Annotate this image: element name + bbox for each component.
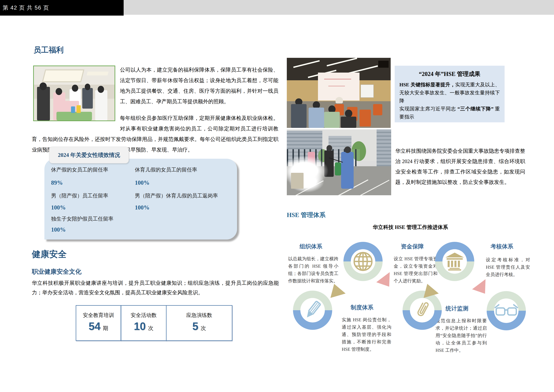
stat-unit: 次	[148, 325, 153, 332]
hse-results-bold: “三个继续下降”	[457, 106, 493, 112]
page-number-text: 第 42 页 共 56 页	[3, 4, 49, 12]
photo-person	[341, 117, 356, 128]
node-label-rules: 制度体系	[351, 304, 374, 311]
node-desc-rules: 实施 HSE 岗位责任制，通过深入基层、强化沟通、预防管理的手段和措施，不断推行…	[342, 316, 391, 353]
stat-box-safety-training: 安全教育培训 54期	[76, 305, 121, 341]
metric-value: 100%	[51, 204, 66, 211]
section-heading-employee-welfare: 员工福利	[34, 45, 64, 55]
stat-label: 安全教育培训	[76, 312, 121, 319]
node-desc-organization: 以总裁为组长，建立横跨各部门的 HSE 领导小组；各部门设专员负责工作数据统计和…	[288, 255, 338, 285]
photo-burn-bin	[291, 173, 304, 189]
photo-person-head	[326, 145, 332, 151]
metric-value: 100%	[135, 180, 150, 186]
photo-table	[56, 112, 92, 120]
photo-chair	[360, 110, 371, 126]
metric-label: 男（陪产假）员工任留率	[51, 192, 108, 199]
female-performance-panel: 休产假的女员工的留任率 89% 休育儿假的女员工的留任率 100% 男（陪产假）…	[44, 159, 237, 239]
culture-paragraph: 华立科技积极开展职业健康讲座与培训，提升员工职业健康知识；组织应急演练，提升员工…	[32, 278, 279, 297]
node-label-statistics: 统计监测	[446, 305, 468, 312]
female-performance-tab-label: 2024 年关爱女性绩效情况	[58, 151, 120, 159]
photo-projector	[378, 61, 389, 68]
hse-promotion-diagram: 华立科技 HSE 管理工作推进体系 组织体系 以总裁为组长，建立横跨各部门的 H…	[285, 210, 554, 367]
photo-bottle	[76, 105, 81, 113]
node-desc-statistics: 规范信息上报和时限要求，并记录统计；通过启用“安全隐患随手拍”的行动，让全体员工…	[436, 317, 487, 354]
hse-results-body: HSE 关键指标显著提升，实现无重大及以上、无较大安全事故发生、一般事故发生量持…	[399, 81, 500, 121]
hse-results-title: “2024 年”HSE 管理成果	[398, 70, 501, 78]
metric-label: 男（陪产假）休育儿假的员工返岗率	[135, 192, 218, 199]
photo-first-aid-training-lecture	[287, 58, 391, 128]
hse-results-bold: HSE 关键指标显著提升，	[399, 82, 455, 87]
photo-person	[82, 88, 93, 109]
hse-inspection-paragraph: 华立科技围绕国务院安委会全国重大事故隐患专项排查整治 2024 行动要求，组织开…	[395, 146, 525, 187]
node-label-assessment: 考核体系	[491, 243, 513, 250]
metric-value: 100%	[51, 226, 66, 233]
stat-label: 安全活动数	[121, 312, 166, 319]
female-performance-tab: 2024 年关爱女性绩效情况	[49, 147, 129, 163]
flow-triangle-pink-icon	[471, 279, 487, 295]
node-desc-assessment: 设定考核标准，对 HSE 管理责任人及安全员进行考核。	[486, 256, 530, 278]
photo-light-panel	[42, 69, 84, 82]
photo-person-head	[345, 110, 352, 117]
photo-person-head	[85, 84, 90, 90]
photo-person	[37, 87, 50, 120]
photo-fire-extinguisher	[335, 162, 341, 176]
donut-funding	[343, 242, 383, 281]
report-page: 第 42 页 共 56 页 员工福利 公司以人为本，建立完备的福利保障体系，保障…	[0, 0, 554, 392]
photo-chair	[373, 104, 382, 115]
stat-label: 应急演练数	[166, 312, 232, 319]
stat-box-emergency-drills: 应急演练数 5次	[166, 305, 232, 341]
node-desc-funding: 设立 HSE 管理专项资金，设立专项资金对 HSE 管理突出部门和个人进行奖励。	[394, 255, 437, 285]
stat-value: 54	[89, 320, 101, 333]
photo-bottle	[71, 106, 75, 113]
donut-statistics	[487, 291, 526, 330]
photo-person	[324, 112, 340, 128]
photo-person	[309, 108, 324, 128]
pencil-icon	[302, 300, 323, 321]
metric-value: 100%	[135, 204, 150, 211]
node-label-funding: 资金保障	[401, 243, 424, 250]
stat-box-safety-activities: 安全活动数 10次	[121, 305, 166, 341]
stat-value: 10	[134, 320, 146, 333]
bank-icon	[445, 251, 465, 272]
photo-demonstrator	[336, 97, 343, 103]
metric-label: 休产假的女员工的留任率	[51, 166, 108, 173]
photo-screen-text	[328, 86, 345, 86]
hse-results-text: 实现国家主席习近平同志	[399, 106, 457, 112]
photo-person-head	[56, 88, 62, 95]
photo-employee-medical-checkup	[33, 65, 115, 121]
hse-results-box: “2024 年”HSE 管理成果 HSE 关键指标显著提升，实现无重大及以上、无…	[395, 66, 505, 122]
stat-unit: 次	[201, 325, 206, 332]
flow-triangle-pink-icon	[375, 272, 391, 288]
photo-person-head	[40, 83, 47, 90]
diagram-title: 华立科技 HSE 管理工作推进体系	[335, 224, 486, 231]
stat-unit: 期	[103, 325, 108, 332]
donut-organization	[293, 291, 332, 330]
stat-value: 5	[192, 320, 198, 333]
section-heading-health-safety: 健康安全	[32, 248, 67, 260]
metric-label: 独生子女陪护假员工任留率	[51, 215, 113, 222]
metric-label: 休育儿假的女员工的留任率	[135, 166, 197, 173]
glasses-icon	[494, 303, 519, 319]
donut-assessment	[435, 242, 474, 281]
photo-person	[291, 104, 307, 128]
photo-fire-extinguisher-drill	[287, 129, 391, 195]
photo-screen-text	[324, 79, 351, 79]
page-number-bar: 第 42 页 共 56 页	[0, 0, 124, 16]
photo-person-blue-uniform	[341, 152, 354, 189]
globe-icon	[352, 250, 374, 273]
photo-person	[95, 90, 107, 120]
metric-value: 89%	[51, 180, 63, 186]
subsection-heading-occupational-health-culture: 职业健康安全文化	[32, 267, 81, 276]
node-label-organization: 组织体系	[299, 243, 322, 250]
photo-light-strip	[87, 71, 109, 75]
flow-triangle-tan-icon	[330, 284, 346, 300]
photo-building	[377, 129, 391, 168]
welfare-text-block: 公司以人为本，建立完备的福利保障体系，保障员工享有社会保险、法定节假日、带薪年休…	[32, 64, 278, 155]
photo-whiteboard	[360, 84, 374, 98]
photo-person-head	[98, 86, 104, 93]
photo-projection-screen	[318, 73, 360, 101]
top-gray-bar	[124, 0, 554, 15]
paperclip-icon	[412, 300, 432, 320]
photo-person-head	[72, 85, 78, 92]
donut-rules	[402, 291, 442, 330]
